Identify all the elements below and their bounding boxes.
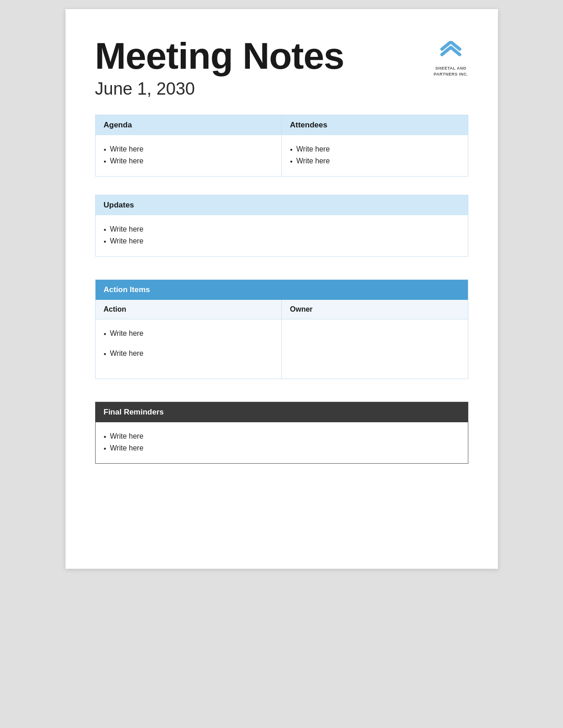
list-item: Write here — [104, 235, 460, 247]
list-item: Write here — [104, 430, 460, 442]
final-reminders-header: Final Reminders — [96, 402, 468, 422]
action-body: Write here Write here — [96, 319, 468, 379]
action-list: Write here Write here — [104, 328, 274, 359]
updates-section: Updates Write here Write here — [95, 195, 468, 257]
action-items-header: Action Items — [96, 280, 468, 300]
action-items-right — [282, 319, 468, 379]
list-item: Write here — [104, 143, 274, 155]
logo-icon — [438, 41, 463, 63]
updates-body: Write here Write here — [96, 215, 468, 256]
final-reminders-body: Write here Write here — [96, 422, 468, 463]
list-item: Write here — [104, 328, 274, 339]
agenda-body: Write here Write here — [96, 135, 282, 176]
attendees-header: Attendees — [282, 115, 468, 135]
final-reminders-section: Final Reminders Write here Write here — [95, 402, 468, 464]
header-section: Meeting Notes June 1, 2030 SHEETAL AND P… — [95, 36, 468, 99]
list-item: Write here — [104, 348, 274, 359]
attendees-column: Attendees Write here Write here — [282, 115, 468, 176]
agenda-column: Agenda Write here Write here — [96, 115, 282, 176]
updates-list: Write here Write here — [104, 223, 460, 247]
date-line: June 1, 2030 — [95, 79, 468, 99]
attendees-list: Write here Write here — [290, 143, 460, 167]
list-item: Write here — [104, 223, 460, 235]
attendees-body: Write here Write here — [282, 135, 468, 176]
action-items-left: Write here Write here — [96, 319, 282, 379]
logo-area: SHEETAL AND PARTNERS INC. — [434, 41, 468, 77]
list-item: Write here — [104, 155, 274, 167]
final-reminders-list: Write here Write here — [104, 430, 460, 454]
agenda-header: Agenda — [96, 115, 282, 135]
list-item: Write here — [290, 143, 460, 155]
action-cols-header: Action Owner — [96, 300, 468, 319]
page-title: Meeting Notes — [95, 36, 468, 76]
logo-text: SHEETAL AND PARTNERS INC. — [434, 66, 468, 77]
agenda-list: Write here Write here — [104, 143, 274, 167]
owner-col-label: Owner — [282, 300, 468, 319]
updates-header: Updates — [96, 195, 468, 215]
list-item: Write here — [104, 442, 460, 454]
page: Meeting Notes June 1, 2030 SHEETAL AND P… — [66, 9, 498, 569]
action-items-section: Action Items Action Owner Write here Wri… — [95, 279, 468, 379]
agenda-attendees-section: Agenda Write here Write here Attendees W… — [95, 115, 468, 177]
list-item: Write here — [290, 155, 460, 167]
action-col-label: Action — [96, 300, 282, 319]
